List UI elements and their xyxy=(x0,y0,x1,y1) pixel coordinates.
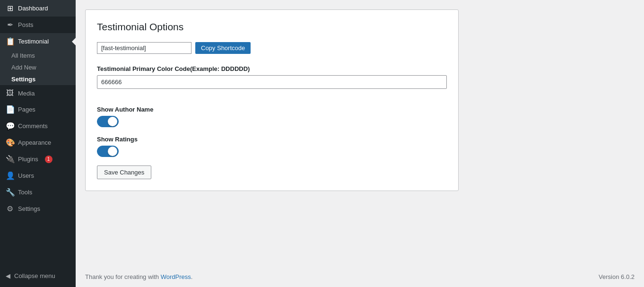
add-new-label: Add New xyxy=(11,64,36,71)
sidebar-item-label: Settings xyxy=(18,205,40,212)
author-name-section: Show Author Name xyxy=(97,106,447,127)
sidebar-item-media[interactable]: 🖼 Media xyxy=(0,85,76,101)
color-field-section: Testimonial Primary Color Code(Example: … xyxy=(97,65,447,97)
collapse-icon: ◀ xyxy=(6,272,10,279)
posts-icon: ✒ xyxy=(6,20,14,29)
footer: Thank you for creating with WordPress. V… xyxy=(85,273,635,280)
testimonial-options-card: Testimonial Options Copy Shortcode Testi… xyxy=(85,9,459,191)
sidebar: ⊞ Dashboard ✒ Posts 📋 Testimonial All It… xyxy=(0,0,76,287)
sidebar-item-plugins[interactable]: 🔌 Plugins 1 xyxy=(0,151,76,167)
ratings-section: Show Ratings xyxy=(97,136,447,157)
dashboard-icon: ⊞ xyxy=(6,4,14,13)
sidebar-item-testimonial[interactable]: 📋 Testimonial xyxy=(0,33,76,50)
color-label: Testimonial Primary Color Code(Example: … xyxy=(97,65,447,72)
ratings-label: Show Ratings xyxy=(97,136,447,143)
sidebar-item-label: Posts xyxy=(18,21,34,28)
users-icon: 👤 xyxy=(6,171,14,180)
active-arrow xyxy=(72,38,76,45)
main-content: Testimonial Options Copy Shortcode Testi… xyxy=(76,0,644,287)
comments-icon: 💬 xyxy=(6,122,14,130)
sidebar-item-dashboard[interactable]: ⊞ Dashboard xyxy=(0,0,76,17)
tools-icon: 🔧 xyxy=(6,188,14,197)
footer-period: . xyxy=(191,273,193,280)
plugins-icon: 🔌 xyxy=(6,155,14,164)
sidebar-item-posts[interactable]: ✒ Posts xyxy=(0,17,76,33)
ratings-toggle[interactable] xyxy=(97,146,119,157)
sidebar-item-settings[interactable]: ⚙ Settings xyxy=(0,200,76,217)
collapse-menu-button[interactable]: ◀ Collapse menu xyxy=(0,269,76,283)
sidebar-item-comments[interactable]: 💬 Comments xyxy=(0,118,76,134)
sidebar-item-tools[interactable]: 🔧 Tools xyxy=(0,184,76,200)
sidebar-item-label: Users xyxy=(18,172,34,179)
sidebar-item-label: Appearance xyxy=(18,139,51,146)
sidebar-item-label: Tools xyxy=(18,189,32,196)
appearance-icon: 🎨 xyxy=(6,138,14,147)
settings-sub-label: Settings xyxy=(11,76,35,83)
sidebar-item-label: Comments xyxy=(18,122,48,130)
author-name-label: Show Author Name xyxy=(97,106,447,113)
settings-icon: ⚙ xyxy=(6,204,14,213)
author-name-toggle[interactable] xyxy=(97,116,119,127)
footer-thank-you-text: Thank you for creating with xyxy=(85,273,161,280)
ratings-toggle-wrap xyxy=(97,146,447,157)
media-icon: 🖼 xyxy=(6,89,14,97)
shortcode-input[interactable] xyxy=(97,42,191,54)
sidebar-item-label: Dashboard xyxy=(18,5,48,12)
testimonial-submenu: All Items Add New Settings xyxy=(0,50,76,85)
submenu-add-new[interactable]: Add New xyxy=(0,61,76,73)
footer-version: Version 6.0.2 xyxy=(599,273,635,280)
pages-icon: 📄 xyxy=(6,105,14,114)
save-changes-button[interactable]: Save Changes xyxy=(97,165,151,179)
sidebar-item-label: Plugins xyxy=(18,156,38,163)
sidebar-item-label: Pages xyxy=(18,106,35,113)
all-items-label: All Items xyxy=(11,52,35,59)
sidebar-item-appearance[interactable]: 🎨 Appearance xyxy=(0,134,76,151)
collapse-label: Collapse menu xyxy=(14,272,55,279)
sidebar-item-pages[interactable]: 📄 Pages xyxy=(0,101,76,118)
submenu-all-items[interactable]: All Items xyxy=(0,50,76,61)
ratings-toggle-knob xyxy=(108,147,117,156)
author-name-toggle-wrap xyxy=(97,116,447,127)
color-input[interactable] xyxy=(97,75,447,89)
shortcode-row: Copy Shortcode xyxy=(97,42,447,54)
testimonial-icon: 📋 xyxy=(6,37,14,46)
sidebar-item-users[interactable]: 👤 Users xyxy=(0,167,76,184)
sidebar-item-label: Media xyxy=(18,90,35,97)
author-name-toggle-knob xyxy=(108,117,117,126)
footer-left: Thank you for creating with WordPress. xyxy=(85,273,192,280)
plugins-badge: 1 xyxy=(45,156,52,163)
submenu-settings[interactable]: Settings xyxy=(0,73,76,85)
card-title: Testimonial Options xyxy=(97,21,447,33)
sidebar-item-label: Testimonial xyxy=(18,38,49,45)
wordpress-link[interactable]: WordPress xyxy=(161,273,191,280)
copy-shortcode-button[interactable]: Copy Shortcode xyxy=(195,42,251,54)
